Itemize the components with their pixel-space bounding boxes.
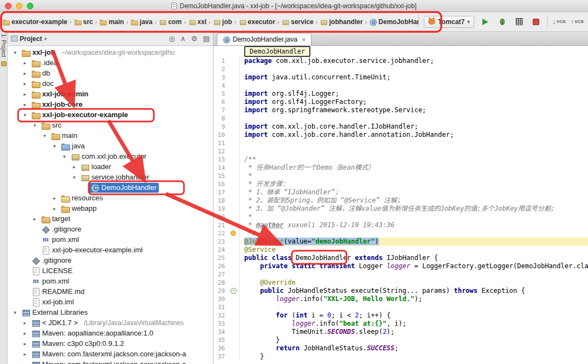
tree-item-jdk1-7[interactable]: ▸< JDK1.7 >/Library/Java/JavaVirtualMach…	[8, 317, 213, 328]
zoom-window-button[interactable]	[27, 3, 33, 9]
code-line[interactable]: 9import com.xxl.job.core.handler.IJobHan…	[214, 123, 588, 131]
tree-item-xxl-job-core[interactable]: ▸xxl-job-core	[8, 99, 213, 109]
close-icon[interactable]: ×	[302, 36, 306, 44]
breadcrumb-item[interactable]: service	[280, 17, 314, 27]
breadcrumb-item[interactable]: xxl	[187, 17, 208, 27]
collapse-all-button[interactable]: ∧	[181, 34, 186, 43]
chevron-closed-icon[interactable]: ▸	[21, 71, 29, 76]
code-line[interactable]: 28 @Override	[214, 279, 588, 287]
code-line[interactable]: 19 * 3、加 “@JobHander” 注解，注解value值为新增任务生成…	[214, 205, 588, 213]
code-line[interactable]: 18 * 2、装配到Spring，例如加 “@Service” 注解；	[214, 197, 588, 205]
chevron-open-icon[interactable]: ▾	[41, 133, 49, 138]
chevron-closed-icon[interactable]: ▸	[50, 206, 59, 211]
chevron-closed-icon[interactable]: ▸	[21, 60, 29, 66]
breadcrumb-item[interactable]: executor-example	[1, 17, 68, 27]
code-line[interactable]: 31	[214, 303, 588, 311]
code-line[interactable]: 7import org.springframework.stereotype.S…	[214, 106, 588, 114]
tree-item-xxl-job[interactable]: ▾xxl-job~/workspaces/idea-git-workspace/…	[8, 47, 213, 57]
chevron-closed-icon[interactable]: ▸	[50, 195, 59, 201]
settings-gear-button[interactable]: ⚙	[191, 34, 198, 43]
chevron-closed-icon[interactable]: ▸	[21, 81, 29, 86]
code-line[interactable]: 10import com.xxl.job.core.handler.annota…	[214, 131, 588, 139]
coverage-button[interactable]	[513, 16, 525, 28]
breadcrumb-item[interactable]: DemoJobHandler	[368, 17, 418, 27]
code-line[interactable]: 21 * @author xuxueli 2015-12-19 19:43:36	[214, 221, 588, 229]
code-line[interactable]: 20 *	[214, 213, 588, 221]
chevron-open-icon[interactable]: ▾	[50, 143, 59, 149]
chevron-closed-icon[interactable]: ▸	[21, 331, 29, 336]
close-window-button[interactable]	[5, 3, 11, 9]
project-tool-window-button[interactable]: 1: Project	[1, 34, 7, 57]
code-line[interactable]: 22 */	[214, 229, 588, 238]
chevron-down-icon[interactable]: ▾	[44, 36, 47, 42]
tree-item-xxl-job-admin[interactable]: ▸xxl-job-admin	[8, 89, 213, 99]
code-line[interactable]: 1package com.xxl.job.executor.service.jo…	[214, 57, 588, 65]
code-line[interactable]: 25public class DemoJobHandler extends IJ…	[214, 254, 588, 262]
tree-item-license[interactable]: LICENSE	[8, 265, 213, 276]
breadcrumb-item[interactable]: job	[212, 17, 233, 27]
chevron-open-icon[interactable]: ▾	[31, 123, 39, 128]
tree-item-loader[interactable]: ▸loader	[8, 161, 213, 172]
tree-item-doc[interactable]: ▸doc	[8, 78, 213, 89]
code-line[interactable]: 14 * 任务Handler的一个Demo（Bean模式）	[214, 164, 588, 172]
chevron-closed-icon[interactable]: ▸	[21, 102, 29, 107]
tree-item-maven-com-fasterxml-jackson-core-jackson-c[interactable]: ▸Maven: com.fasterxml.jackson.core:jacks…	[8, 359, 213, 364]
breadcrumb-item[interactable]: com	[158, 17, 183, 27]
tree-item-readme-md[interactable]: README.md	[8, 286, 213, 297]
code-line[interactable]: 29 public JobHandleStatus execute(String…	[214, 287, 588, 295]
code-line[interactable]: 33 logger.info("beat at:{}", i);	[214, 320, 588, 328]
chevron-closed-icon[interactable]: ▸	[21, 351, 29, 357]
code-line[interactable]: 17 * 1、继承 “IJobHandler”；	[214, 188, 588, 197]
tree-item-target[interactable]: ▸target	[8, 213, 213, 224]
chevron-closed-icon[interactable]: ▸	[21, 341, 29, 346]
run-button[interactable]	[479, 16, 491, 28]
chevron-open-icon[interactable]: ▾	[21, 112, 29, 118]
code-line[interactable]: 24@Service	[214, 246, 588, 254]
tree-item-xxl-job-executor-example[interactable]: ▾xxl-job-executor-example	[8, 109, 213, 120]
breadcrumb-item[interactable]: java	[129, 17, 153, 27]
stop-button[interactable]	[530, 16, 542, 28]
code-line[interactable]: 13/**	[214, 155, 588, 164]
tree-item-gitignore[interactable]: .gitignore	[8, 255, 213, 265]
tree-item-webapp[interactable]: ▸webapp	[8, 203, 213, 213]
intention-bulb-icon[interactable]	[230, 230, 236, 236]
tree-item-gitignore[interactable]: .gitignore	[8, 224, 213, 234]
tree-item-service-jobhandler[interactable]: ▾service.jobhandler	[8, 172, 213, 182]
code-line[interactable]: 16 * 开发步骤：	[214, 180, 588, 188]
tool-window-icon[interactable]	[1, 61, 7, 66]
tree-item-idea[interactable]: ▸.idea	[8, 57, 213, 68]
code-line[interactable]: 23@JobHander(value="demoJobHandler")	[214, 238, 588, 246]
tree-item-main[interactable]: ▾main	[8, 130, 213, 141]
vcs-update-button[interactable]: ↓ VCS	[552, 18, 566, 26]
tab-demojobhandler[interactable]: DemoJobHandler.java ×	[217, 33, 312, 45]
tree-item-java[interactable]: ▾java	[8, 141, 213, 151]
tree-item-demojobhandler[interactable]: DemoJobHandler	[8, 182, 213, 193]
tree-item-maven-c3p0-c3p0-0-9-1-2[interactable]: ▸Maven: c3p0:c3p0:0.9.1.2	[8, 338, 213, 349]
code-line[interactable]: 36 return JobHandleStatus.SUCCESS;	[214, 344, 588, 353]
debug-button[interactable]	[496, 16, 508, 28]
chevron-open-icon[interactable]: ▾	[11, 50, 19, 55]
tree-item-src[interactable]: ▾src	[8, 120, 213, 130]
tree-item-maven-com-fasterxml-jackson-core-jackson-a[interactable]: ▸Maven: com.fasterxml.jackson.core:jacks…	[8, 349, 213, 359]
chevron-closed-icon[interactable]: ▸	[31, 216, 39, 222]
code-line[interactable]: 4	[214, 82, 588, 90]
code-line[interactable]: 2	[214, 65, 588, 73]
tree-item-xxl-job-iml[interactable]: xxl-job.iml	[8, 297, 213, 307]
breadcrumb-item[interactable]: main	[98, 17, 125, 27]
code-line[interactable]: 11	[214, 139, 588, 147]
chevron-open-icon[interactable]: ▾	[60, 154, 68, 159]
chevron-closed-icon[interactable]: ▸	[21, 362, 29, 364]
chevron-closed-icon[interactable]: ▸	[21, 320, 29, 326]
editor[interactable]: DemoJobHandler 1package com.xxl.job.exec…	[214, 46, 588, 364]
chevron-closed-icon[interactable]: ▸	[21, 91, 29, 97]
code-line[interactable]: 15 *	[214, 172, 588, 180]
code-line[interactable]: 34 TimeUnit.SECONDS.sleep(2);	[214, 328, 588, 336]
tree-item-db[interactable]: ▸db	[8, 68, 213, 78]
tree-item-xxl-job-executor-example-iml[interactable]: xxl-job-executor-example.iml	[8, 245, 213, 255]
code-line[interactable]: 37 }	[214, 353, 588, 361]
code-line[interactable]: 12	[214, 147, 588, 155]
code-line[interactable]: 3import java.util.concurrent.TimeUnit;	[214, 73, 588, 82]
tree-item-maven-aopalliance-aopalliance-1-0[interactable]: ▸Maven: aopalliance:aopalliance:1.0	[8, 328, 213, 338]
chevron-closed-icon[interactable]: ▸	[70, 164, 78, 170]
minimize-window-button[interactable]	[16, 3, 22, 9]
